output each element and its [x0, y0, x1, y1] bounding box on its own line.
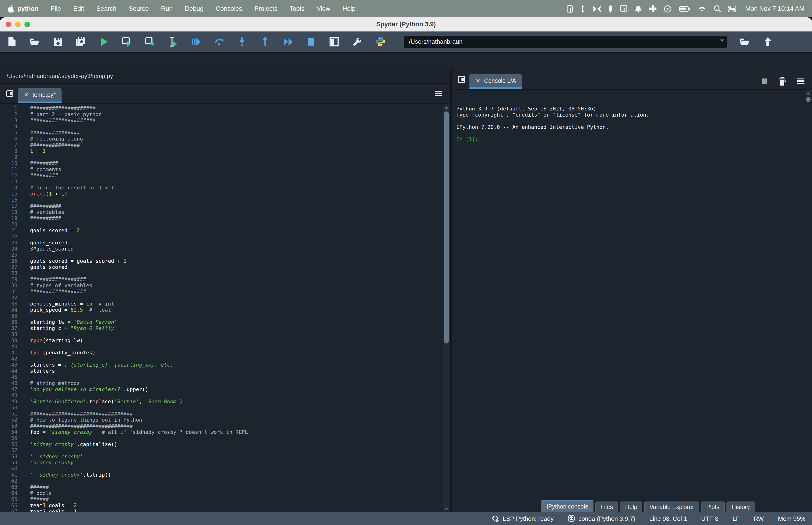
code-line: 43starters = f'{starting_c}, {starting_l…	[0, 362, 442, 368]
wifi-icon[interactable]	[698, 6, 706, 12]
remove-variables-trash-button[interactable]	[779, 77, 786, 85]
console-scrollbar-thumb[interactable]	[806, 97, 811, 102]
notification-bell-icon[interactable]	[635, 5, 642, 13]
menu-help[interactable]: Help	[342, 5, 356, 12]
step-into-button[interactable]	[237, 36, 247, 47]
close-console-tab-icon[interactable]: ✕	[476, 77, 480, 84]
battery-icon[interactable]	[679, 6, 690, 12]
code-line: 55	[0, 435, 442, 441]
minimize-window-button[interactable]	[15, 21, 21, 27]
code-line: 29##################	[0, 276, 442, 283]
conda-package-icon	[568, 515, 575, 522]
menu-python[interactable]: python	[17, 5, 39, 12]
run-cell-button[interactable]	[122, 36, 132, 47]
console-tab-bar: ✕ Console 1/A	[451, 70, 812, 90]
console-tab-1a[interactable]: ✕ Console 1/A	[470, 74, 522, 89]
interpreter-status[interactable]: conda (Python 3.9.7)	[568, 515, 635, 522]
maximize-pane-button[interactable]	[329, 36, 339, 47]
console-options-menu-button[interactable]	[797, 78, 805, 84]
code-line: 3#####################	[0, 118, 442, 124]
menu-edit[interactable]: Edit	[73, 5, 85, 12]
console-banner-line	[456, 118, 812, 124]
close-window-button[interactable]	[6, 21, 11, 27]
ipython-console-output[interactable]: Python 3.9.7 (default, Sep 16 2021, 08:5…	[451, 90, 812, 500]
encoding-status[interactable]: UTF-8	[701, 515, 719, 522]
editor-tab-temp-py[interactable]: ✕ temp.py*	[18, 88, 62, 103]
scroll-down-arrow-icon[interactable]	[443, 506, 450, 511]
butterfly-icon[interactable]	[593, 5, 601, 12]
menu-view[interactable]: View	[317, 5, 330, 12]
screen-sharing-icon[interactable]	[620, 5, 627, 12]
apple-logo-icon[interactable]	[7, 5, 15, 13]
code-line: 14# print the result of 1 + 1	[0, 185, 442, 191]
lsp-status[interactable]: LSP Python: ready	[492, 515, 554, 522]
step-over-button[interactable]	[214, 36, 224, 47]
bottom-tab-help[interactable]: Help	[620, 501, 642, 512]
play-circle-icon[interactable]	[664, 5, 672, 13]
iphone-mirroring-icon[interactable]	[567, 5, 573, 13]
memory-status[interactable]: Mem 95%	[778, 515, 806, 522]
code-line: 5################	[0, 130, 442, 136]
status-bar: LSP Python: ready conda (Python 3.9.7) L…	[0, 512, 812, 525]
menu-debug[interactable]: Debug	[185, 5, 204, 12]
control-center-icon[interactable]	[729, 5, 736, 12]
bottom-tab-ipython-console[interactable]: IPython console	[541, 500, 594, 512]
working-directory-input[interactable]	[404, 35, 727, 48]
close-tab-icon[interactable]: ✕	[24, 92, 29, 98]
bottom-tab-files[interactable]: Files	[595, 501, 618, 512]
run-file-button[interactable]	[99, 36, 109, 47]
eol-status[interactable]: LF	[733, 515, 740, 522]
menu-file[interactable]: File	[51, 5, 61, 12]
code-line: 81 + 1	[0, 148, 442, 154]
main-toolbar	[0, 31, 812, 52]
bottom-tab-history[interactable]: History	[726, 501, 755, 512]
code-lines: 1#####################2# part 2 – basic …	[0, 105, 442, 512]
stop-debugging-button[interactable]	[306, 36, 316, 47]
browse-directory-button[interactable]	[740, 36, 750, 47]
zoom-window-button[interactable]	[25, 21, 30, 27]
spotlight-search-icon[interactable]	[714, 5, 721, 12]
menu-consoles[interactable]: Consoles	[216, 5, 242, 12]
menu-source[interactable]: Source	[129, 5, 149, 12]
editor-options-menu-button[interactable]	[431, 87, 445, 101]
working-directory-combo[interactable]	[404, 35, 727, 48]
console-scrollbar[interactable]	[805, 90, 812, 96]
code-line: 23goals_scored	[0, 240, 442, 246]
python-logo-icon[interactable]	[375, 36, 385, 47]
editor-scrollbar[interactable]	[443, 104, 450, 511]
interrupt-kernel-button[interactable]	[762, 78, 767, 84]
save-button[interactable]	[52, 36, 63, 47]
menu-run[interactable]: Run	[161, 5, 173, 12]
scroll-up-arrow-icon[interactable]	[443, 104, 450, 110]
plus-icon[interactable]	[649, 5, 657, 12]
sidecar-arrows-icon[interactable]	[580, 5, 585, 13]
new-file-button[interactable]	[6, 36, 17, 47]
continue-execution-button[interactable]	[283, 36, 293, 47]
run-cell-advance-button[interactable]	[145, 36, 155, 47]
bottom-tab-plots[interactable]: Plots	[701, 501, 724, 512]
code-editor[interactable]: 1#####################2# part 2 – basic …	[0, 104, 450, 512]
menu-projects[interactable]: Projects	[255, 5, 277, 12]
bottom-tab-variable-explorer[interactable]: Variable Explorer	[644, 501, 699, 512]
parent-directory-button[interactable]	[763, 36, 773, 47]
menu-tools[interactable]: Tools	[289, 5, 304, 12]
readwrite-status[interactable]: RW	[754, 515, 764, 522]
console-browse-tabs-button[interactable]	[455, 72, 469, 87]
cursor-position-status[interactable]: Line 98, Col 1	[649, 515, 687, 522]
preferences-wrench-button[interactable]	[352, 36, 362, 47]
run-selection-button[interactable]	[168, 36, 178, 47]
pencil-icon[interactable]	[609, 5, 612, 13]
menu-clock[interactable]: Mon Nov 7 10:14 AM	[745, 5, 805, 12]
editor-scrollbar-thumb[interactable]	[444, 111, 449, 343]
combo-dropdown-caret-icon[interactable]	[720, 39, 724, 42]
open-file-button[interactable]	[30, 36, 40, 47]
step-return-button[interactable]	[260, 36, 270, 47]
code-line: 45	[0, 374, 442, 380]
menu-search[interactable]: Search	[96, 5, 117, 12]
browse-tabs-button[interactable]	[3, 87, 17, 101]
code-line: 60	[0, 466, 442, 472]
console-scroll-down-icon[interactable]	[805, 91, 812, 96]
code-line: 22	[0, 234, 442, 240]
debug-file-button[interactable]	[191, 36, 201, 47]
save-all-button[interactable]	[76, 36, 86, 47]
